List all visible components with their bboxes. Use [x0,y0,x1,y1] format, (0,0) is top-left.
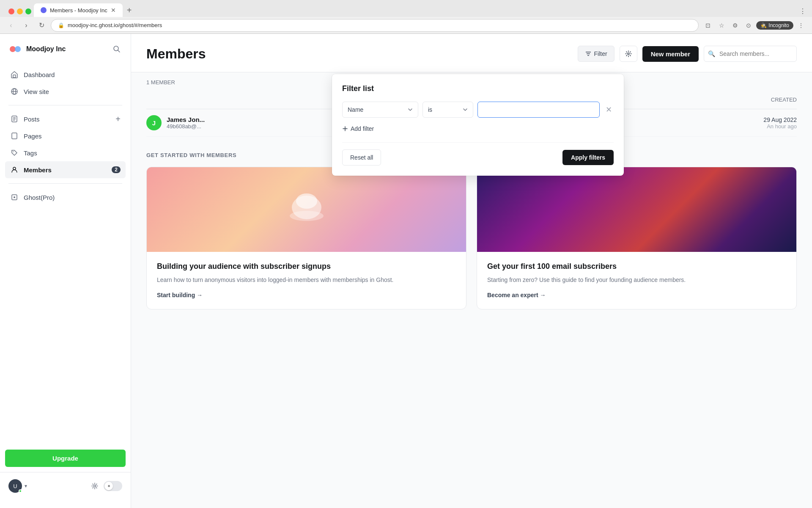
search-container: 🔍 [704,46,797,62]
svg-point-26 [296,193,317,209]
sidebar-item-ghost-pro[interactable]: Ghost(Pro) [5,189,126,206]
sidebar-logo: Moodjoy Inc [8,42,66,56]
sidebar: Moodjoy Inc Dashboard [0,34,131,508]
ghost-icon [10,193,19,202]
reload-button[interactable]: ↻ [36,19,47,31]
theme-toggle-button[interactable]: ☀ [104,481,122,491]
filter-remove-button[interactable]: ✕ [604,103,614,116]
sidebar-members-label: Members [24,166,52,174]
online-indicator [19,489,22,493]
sidebar-nav: Dashboard View site [0,66,131,444]
svg-rect-4 [13,75,16,77]
incognito-icon: 🕵 [760,22,767,28]
card-link-1[interactable]: Start building → [157,292,203,298]
back-button[interactable]: ‹ [5,19,17,31]
avatar-initials: U [13,483,17,489]
card-desc-2: Starting from zero? Use this guide to fi… [487,275,786,284]
sidebar-ghost-pro-label: Ghost(Pro) [24,194,55,201]
sidebar-pages-label: Pages [24,133,42,140]
member-avatar: J [146,115,162,130]
search-input[interactable] [704,46,797,62]
sidebar-view-site-label: View site [24,88,49,95]
tag-icon [10,149,19,157]
main-content: Members Filter New member [131,34,812,508]
tab-title: Members - Moodjoy Inc [50,7,107,14]
header-actions: Filter New member 🔍 [578,46,797,62]
sidebar-search-button[interactable] [111,44,122,55]
add-post-button[interactable]: + [115,115,121,123]
main-header: Members Filter New member [131,34,812,72]
filter-field-select[interactable]: Name [342,102,418,118]
filter-row-1: Name is ✕ [342,102,614,118]
upgrade-button[interactable]: Upgrade [5,450,126,467]
filter-panel-title: Filter list [342,84,614,93]
member-created: 29 Aug 2022 An hour ago [729,116,797,130]
sidebar-item-pages[interactable]: Pages [5,127,126,144]
tab-favicon [41,7,47,13]
extensions-button[interactable]: ⚙ [729,19,741,31]
settings-gear-button[interactable] [91,482,99,490]
window-maximize[interactable] [25,8,31,14]
reset-all-button[interactable]: Reset all [342,149,381,166]
svg-point-13 [13,152,14,152]
plus-icon [342,126,348,132]
card-illustration-1 [281,184,332,235]
card-body-2: Get your first 100 email subscribers Sta… [477,252,796,309]
home-icon [10,70,19,79]
profile-button[interactable]: ⊙ [743,19,754,31]
filter-field-value: Name [348,106,363,113]
filter-button[interactable]: Filter [578,46,614,62]
sidebar-bottom-actions: ☀ [91,481,122,491]
filter-actions: Reset all Apply filters [342,142,614,166]
sidebar-item-members[interactable]: Members 2 [5,161,126,178]
list-item: Get your first 100 email subscribers Sta… [477,167,797,309]
search-icon [113,45,121,53]
user-avatar-area[interactable]: U ▾ [8,479,27,493]
screenshot-icon[interactable]: ⊡ [702,19,714,31]
active-tab[interactable]: Members - Moodjoy Inc ✕ [34,3,123,17]
tab-close-button[interactable]: ✕ [111,7,116,14]
forward-button[interactable]: › [20,19,32,31]
logo-icon [8,42,22,56]
sidebar-item-dashboard[interactable]: Dashboard [5,66,126,83]
apply-filters-button[interactable]: Apply filters [562,150,614,165]
globe-icon [10,87,19,96]
member-created-date: 29 Aug 2022 [729,116,797,123]
members-settings-button[interactable] [620,46,637,62]
card-link-2[interactable]: Become an expert → [487,292,546,298]
add-filter-button[interactable]: Add filter [342,124,374,134]
settings-icon [625,50,632,57]
col-header-created: CREATED [729,97,797,103]
sidebar-item-posts[interactable]: Posts + [5,110,126,127]
members-icon [10,166,19,174]
sidebar-divider-2 [8,183,122,184]
bookmark-button[interactable]: ☆ [716,19,727,31]
sidebar-org-name: Moodjoy Inc [26,45,66,53]
sidebar-item-tags[interactable]: Tags [5,144,126,161]
filter-value-input[interactable] [477,102,600,118]
pages-icon [10,132,19,140]
svg-point-1 [15,46,21,52]
window-minimize[interactable] [17,8,23,14]
chevron-down-icon-2 [463,107,468,112]
new-member-button[interactable]: New member [642,46,699,62]
browser-menu-button[interactable]: ⋮ [797,5,809,17]
list-item: Building your audience with subscriber s… [146,167,466,309]
filter-icon [585,50,592,57]
sidebar-item-view-site[interactable]: View site [5,83,126,100]
svg-point-14 [13,167,16,170]
browser-more-button[interactable]: ⋮ [795,19,807,31]
new-tab-button[interactable]: + [123,4,135,17]
page-title: Members [146,46,206,62]
gear-icon [91,482,99,490]
address-bar[interactable]: 🔒 moodjoy-inc.ghost.io/ghost/#/members [51,19,699,32]
incognito-label: Incognito [768,22,789,28]
window-close[interactable] [8,8,14,14]
filter-panel: Filter list Name is ✕ [332,74,624,176]
sidebar-posts-label: Posts [24,116,40,123]
add-filter-label: Add filter [351,125,374,132]
svg-rect-12 [12,133,17,139]
user-avatar: U [8,479,22,493]
svg-point-21 [628,53,629,55]
filter-condition-select[interactable]: is [422,102,473,118]
